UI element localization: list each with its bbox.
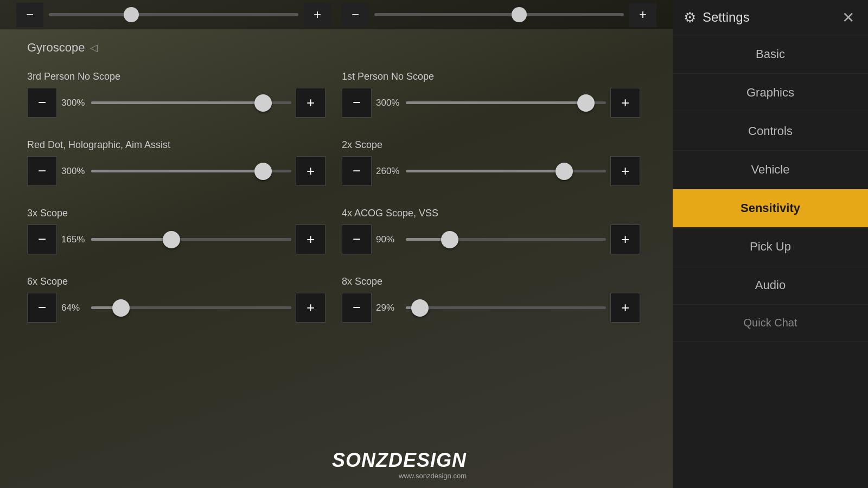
top-right-minus-button[interactable]: − — [342, 3, 369, 27]
back-arrow[interactable]: ◁ — [90, 42, 98, 54]
sidebar-item-controls[interactable]: Controls — [673, 112, 868, 151]
sidebar: ⚙ Settings ✕ Basic Graphics Controls Veh… — [673, 0, 868, 488]
fill-first-person — [406, 101, 586, 104]
slider-6x[interactable]: 64% — [61, 293, 291, 323]
slider-item-2x: 2x Scope − 260% + — [342, 131, 656, 200]
plus-btn-3x[interactable]: + — [296, 224, 326, 254]
top-right-thumb[interactable] — [512, 7, 527, 22]
slider-row-4x: − 90% + — [342, 224, 640, 254]
top-left-minus-button[interactable]: − — [16, 3, 43, 27]
value-red-dot: 300% — [61, 166, 91, 177]
slider-row-third-person: − 300% + — [27, 88, 326, 118]
slider-3x[interactable]: 165% — [61, 224, 291, 254]
slider-item-third-person: 3rd Person No Scope − 300% + — [27, 63, 342, 131]
sidebar-item-vehicle[interactable]: Vehicle — [673, 151, 868, 189]
minus-btn-4x[interactable]: − — [342, 224, 372, 254]
top-left-thumb[interactable] — [124, 7, 139, 22]
slider-item-red-dot: Red Dot, Holographic, Aim Assist − 300% … — [27, 131, 342, 200]
top-right-plus-button[interactable]: + — [629, 3, 656, 27]
minus-btn-2x[interactable]: − — [342, 156, 372, 186]
plus-btn-4x[interactable]: + — [610, 224, 640, 254]
track-8x — [406, 306, 606, 309]
label-red-dot: Red Dot, Holographic, Aim Assist — [27, 139, 326, 151]
slider-third-person[interactable]: 300% — [61, 88, 291, 118]
thumb-2x[interactable] — [556, 163, 573, 180]
gear-icon: ⚙ — [684, 9, 696, 26]
fill-third-person — [91, 101, 263, 104]
label-2x: 2x Scope — [342, 139, 640, 151]
watermark: SONZDESIGN www.sonzdesign.com — [332, 449, 467, 480]
label-first-person: 1st Person No Scope — [342, 71, 640, 82]
value-3x: 165% — [61, 234, 91, 245]
sidebar-item-quickchat[interactable]: Quick Chat — [673, 305, 868, 342]
value-2x: 260% — [376, 166, 406, 177]
value-first-person: 300% — [376, 98, 406, 108]
thumb-third-person[interactable] — [254, 94, 272, 112]
value-third-person: 300% — [61, 98, 91, 108]
close-button[interactable]: ✕ — [839, 6, 857, 29]
thumb-6x[interactable] — [112, 299, 130, 317]
minus-btn-8x[interactable]: − — [342, 293, 372, 323]
track-third-person — [91, 101, 291, 104]
sidebar-item-sensitivity[interactable]: Sensitivity — [673, 189, 868, 228]
track-3x — [91, 238, 291, 241]
top-left-track — [49, 13, 298, 16]
thumb-first-person[interactable] — [577, 94, 595, 112]
watermark-main: SONZDESIGN — [332, 449, 467, 472]
label-3x: 3x Scope — [27, 208, 326, 219]
sidebar-item-graphics[interactable]: Graphics — [673, 74, 868, 112]
slider-item-6x: 6x Scope − 64% + — [27, 268, 342, 336]
label-third-person: 3rd Person No Scope — [27, 71, 326, 82]
track-2x — [406, 170, 606, 172]
main-content: − + − + Gyroscope ◁ 3rd Person No Scope … — [0, 0, 673, 488]
settings-title: Settings — [703, 10, 750, 25]
slider-first-person[interactable]: 300% — [376, 88, 606, 118]
gyroscope-header: Gyroscope ◁ — [0, 30, 673, 63]
plus-btn-6x[interactable]: + — [296, 293, 326, 323]
slider-item-8x: 8x Scope − 29% + — [342, 268, 656, 336]
slider-row-3x: − 165% + — [27, 224, 326, 254]
value-4x: 90% — [376, 234, 406, 245]
sidebar-header: ⚙ Settings ✕ — [673, 0, 868, 35]
plus-btn-red-dot[interactable]: + — [296, 156, 326, 186]
thumb-red-dot[interactable] — [254, 163, 272, 180]
slider-2x[interactable]: 260% — [376, 156, 606, 186]
plus-btn-first-person[interactable]: + — [610, 88, 640, 118]
label-6x: 6x Scope — [27, 276, 326, 287]
slider-row-first-person: − 300% + — [342, 88, 640, 118]
plus-btn-8x[interactable]: + — [610, 293, 640, 323]
top-slider-right: − + — [342, 3, 656, 27]
slider-4x[interactable]: 90% — [376, 224, 606, 254]
gyroscope-title: Gyroscope — [27, 41, 85, 55]
top-right-track — [374, 13, 624, 16]
thumb-3x[interactable] — [163, 231, 180, 248]
thumb-8x[interactable] — [411, 299, 429, 317]
slider-row-8x: − 29% + — [342, 293, 640, 323]
track-4x — [406, 238, 606, 241]
sidebar-item-audio[interactable]: Audio — [673, 266, 868, 305]
fill-red-dot — [91, 170, 263, 172]
sidebar-item-basic[interactable]: Basic — [673, 35, 868, 74]
label-4x: 4x ACOG Scope, VSS — [342, 208, 640, 219]
slider-row-6x: − 64% + — [27, 293, 326, 323]
sidebar-item-pickup[interactable]: Pick Up — [673, 228, 868, 266]
plus-btn-2x[interactable]: + — [610, 156, 640, 186]
value-8x: 29% — [376, 303, 406, 313]
watermark-sub: www.sonzdesign.com — [332, 472, 467, 480]
minus-btn-6x[interactable]: − — [27, 293, 57, 323]
minus-btn-red-dot[interactable]: − — [27, 156, 57, 186]
minus-btn-first-person[interactable]: − — [342, 88, 372, 118]
slider-red-dot[interactable]: 300% — [61, 156, 291, 186]
top-left-plus-button[interactable]: + — [304, 3, 331, 27]
fill-2x — [406, 170, 564, 172]
slider-row-2x: − 260% + — [342, 156, 640, 186]
minus-btn-3x[interactable]: − — [27, 224, 57, 254]
label-8x: 8x Scope — [342, 276, 640, 287]
slider-row-red-dot: − 300% + — [27, 156, 326, 186]
thumb-4x[interactable] — [441, 231, 458, 248]
minus-btn-third-person[interactable]: − — [27, 88, 57, 118]
slider-item-4x: 4x ACOG Scope, VSS − 90% + — [342, 200, 656, 268]
slider-8x[interactable]: 29% — [376, 293, 606, 323]
track-first-person — [406, 101, 606, 104]
plus-btn-third-person[interactable]: + — [296, 88, 326, 118]
